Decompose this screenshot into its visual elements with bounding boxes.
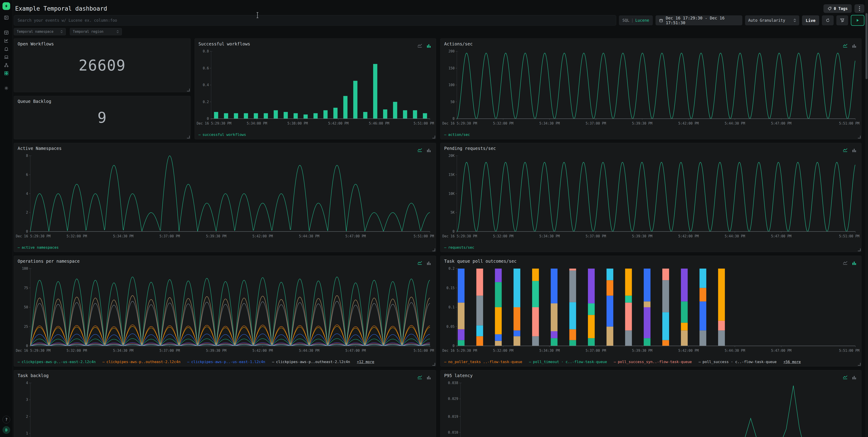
- user-avatar[interactable]: D: [2, 426, 10, 434]
- svg-text:5:42:00 PM: 5:42:00 PM: [678, 234, 699, 238]
- panel-successful-workflows: Successful workflows 00.20.40.60.8Dec 16…: [195, 38, 436, 139]
- svg-text:5:44:30 PM: 5:44:30 PM: [299, 349, 319, 353]
- filter-button[interactable]: [836, 15, 848, 25]
- live-button[interactable]: Live: [802, 15, 819, 25]
- chip-label: Temporal namespace: [17, 30, 54, 34]
- legend-item[interactable]: —clickpipes-aws-p..outheast-2.l2c4n: [272, 360, 350, 364]
- time-range-picker[interactable]: Dec 16 17:29:30 - Dec 16 17:51:30: [655, 15, 742, 25]
- alerts-bell-icon[interactable]: [4, 46, 9, 52]
- refresh-button[interactable]: [822, 15, 834, 25]
- collapse-sidebar-icon[interactable]: [4, 15, 9, 20]
- panel-task-backlog: Task backlog 01234Dec 16 5:29:30 PM5:32:…: [14, 370, 436, 437]
- resize-handle[interactable]: [858, 363, 861, 366]
- p95-latency-chart[interactable]: 00.0100.0190.0290.038Dec 16 5:29:30 PM5:…: [442, 379, 860, 437]
- legend-item[interactable]: —poll_success · c..-flow-task-queue: [699, 360, 776, 364]
- legend-label: clickpipes-aws-p..-us-east-2.l2c4n: [22, 360, 96, 364]
- svg-text:5:44:30 PM: 5:44:30 PM: [725, 234, 745, 238]
- run-query-button[interactable]: [851, 15, 864, 26]
- line-chart-toggle-icon[interactable]: [843, 43, 848, 48]
- bar-chart-toggle-icon[interactable]: [426, 261, 432, 266]
- bar-chart-toggle-icon[interactable]: [852, 148, 857, 153]
- bar-chart-toggle-icon[interactable]: [852, 43, 857, 48]
- legend-item[interactable]: —clickpipes-aws-p..-us-east-1.l2c4n: [187, 360, 265, 364]
- filter-temporal-region[interactable]: Temporal region: [70, 28, 122, 35]
- mode-sql[interactable]: SQL: [622, 18, 629, 23]
- bar-chart-toggle-icon[interactable]: [426, 43, 432, 48]
- svg-text:0.019: 0.019: [448, 415, 458, 419]
- chart-explorer-icon[interactable]: [4, 38, 9, 43]
- bar-chart-toggle-icon[interactable]: [852, 375, 857, 380]
- page-title: Example Temporal dashboard: [14, 5, 107, 12]
- line-chart-toggle-icon[interactable]: [417, 43, 423, 48]
- bar-chart-toggle-icon[interactable]: [426, 375, 432, 380]
- resize-handle[interactable]: [432, 248, 435, 251]
- help-button[interactable]: ?: [2, 416, 10, 424]
- legend-item[interactable]: —no_poller_tasks ..-flow-task-queue: [444, 360, 522, 364]
- svg-text:5:39:30 PM: 5:39:30 PM: [632, 121, 652, 125]
- legend-dash: —: [102, 360, 105, 364]
- line-chart-toggle-icon[interactable]: [843, 375, 848, 380]
- legend-item[interactable]: —clickpipes-aws-p..outheast-2.l2c4n: [102, 360, 180, 364]
- legend-item[interactable]: —action/sec: [444, 132, 470, 137]
- legend-label: poll_success · c..-flow-task-queue: [703, 360, 777, 364]
- line-chart-toggle-icon[interactable]: [417, 375, 423, 380]
- page-scrollbar: [865, 0, 868, 437]
- mode-lucene[interactable]: Lucene: [636, 18, 649, 23]
- legend-label: clickpipes-aws-p..outheast-2.l2c4n: [106, 360, 181, 364]
- svg-text:5:47:00 PM: 5:47:00 PM: [771, 121, 792, 125]
- actions-per-sec-chart[interactable]: 050100150200Dec 16 5:29:30 PM5:32:00 PM5…: [442, 48, 860, 129]
- resize-handle[interactable]: [187, 136, 190, 138]
- svg-text:5:51:00 PM: 5:51:00 PM: [839, 121, 860, 125]
- resize-handle[interactable]: [858, 248, 861, 251]
- select-chevrons-icon: [794, 18, 796, 22]
- scrollbar-thumb[interactable]: [866, 13, 868, 79]
- legend-more-link[interactable]: +12 more: [357, 360, 374, 364]
- pending-requests-chart[interactable]: 05K10K15K20KDec 16 5:29:30 PM5:32:00 PM5…: [442, 152, 860, 242]
- tags-button[interactable]: 0 Tags: [824, 4, 852, 13]
- search-input[interactable]: [14, 15, 616, 26]
- select-chevrons-icon: [116, 30, 119, 33]
- legend-item[interactable]: —requests/sec: [444, 245, 474, 250]
- filter-icon: [840, 18, 844, 23]
- line-chart-toggle-icon[interactable]: [417, 148, 423, 153]
- legend-more-link[interactable]: +56 more: [783, 360, 801, 364]
- live-label: Live: [806, 18, 815, 23]
- granularity-select[interactable]: Auto Granularity: [745, 15, 799, 25]
- services-map-icon[interactable]: [4, 62, 9, 68]
- stat-value: 26609: [14, 39, 190, 92]
- bar-chart-toggle-icon[interactable]: [852, 261, 857, 266]
- app-logo[interactable]: [2, 2, 10, 10]
- settings-gear-icon[interactable]: [4, 86, 9, 91]
- kebab-menu-button[interactable]: [855, 4, 864, 13]
- resize-handle[interactable]: [432, 136, 435, 138]
- legend-item[interactable]: —poll_timeout · c..-flow-task-queue: [529, 360, 607, 364]
- legend-item[interactable]: —successful workflows: [198, 132, 246, 137]
- query-language-toggle[interactable]: SQL | Lucene: [619, 15, 653, 25]
- svg-text:25: 25: [24, 325, 28, 329]
- svg-text:5:44:30 PM: 5:44:30 PM: [725, 349, 745, 353]
- legend-item[interactable]: —poll_success_syn..-flow-task-queue: [614, 360, 692, 364]
- resize-handle[interactable]: [432, 363, 435, 366]
- sessions-laptop-icon[interactable]: [4, 54, 9, 60]
- line-chart-toggle-icon[interactable]: [417, 261, 423, 266]
- bar-chart-toggle-icon[interactable]: [426, 148, 432, 153]
- legend-dash: —: [529, 360, 531, 364]
- filter-temporal-namespace[interactable]: Temporal namespace: [14, 28, 66, 35]
- active-namespaces-chart[interactable]: 02468Dec 16 5:29:30 PM5:32:00 PM5:34:30 …: [16, 152, 434, 242]
- resize-handle[interactable]: [858, 136, 861, 138]
- task-backlog-chart[interactable]: 01234Dec 16 5:29:30 PM5:32:00 PM5:34:30 …: [16, 379, 434, 437]
- legend-item[interactable]: —active namespaces: [18, 245, 59, 250]
- dashboards-icon[interactable]: [4, 70, 9, 76]
- svg-text:0.1: 0.1: [448, 305, 455, 309]
- svg-text:5:37:00 PM: 5:37:00 PM: [160, 349, 180, 353]
- successful-workflows-chart[interactable]: 00.20.40.60.8Dec 16 5:29:30 PM5:34:00 PM…: [196, 48, 434, 129]
- legend-item[interactable]: —clickpipes-aws-p..-us-east-2.l2c4n: [18, 360, 96, 364]
- svg-text:0: 0: [207, 117, 209, 121]
- task-queue-poll-outcomes-chart[interactable]: 00.050.10.150.2Dec 16 5:29:30 PM5:32:00 …: [442, 265, 860, 356]
- line-chart-toggle-icon[interactable]: [843, 261, 848, 266]
- resize-handle[interactable]: [187, 89, 190, 91]
- legend-label: poll_success_syn..-flow-task-queue: [618, 360, 692, 364]
- operations-per-namespace-chart[interactable]: 0255075100Dec 16 5:29:30 PM5:32:00 PM5:3…: [16, 265, 434, 356]
- search-views-icon[interactable]: [4, 30, 9, 35]
- line-chart-toggle-icon[interactable]: [843, 148, 848, 153]
